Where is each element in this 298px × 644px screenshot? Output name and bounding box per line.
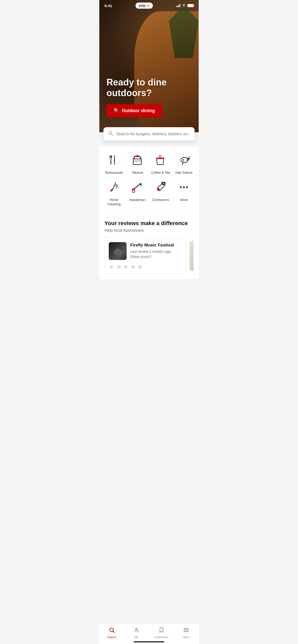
handyman-icon — [129, 179, 145, 195]
svg-point-14 — [159, 156, 161, 158]
category-restaurants[interactable]: Restaurants — [103, 152, 125, 175]
coffee-tea-label: Coffee & Tea — [151, 171, 170, 175]
svg-line-1 — [112, 134, 113, 136]
battery-icon — [187, 4, 194, 7]
category-takeout[interactable]: Takeout — [127, 152, 148, 175]
category-grid: Restaurants T — [99, 152, 199, 207]
contractors-label: Contractors — [152, 198, 169, 202]
review-card-firefly[interactable]: Firefly Music Festival Last review 2 mon… — [104, 238, 186, 274]
svg-rect-5 — [111, 155, 112, 158]
svg-point-33 — [114, 250, 117, 252]
review-cards: Firefly Music Festival Last review 2 mon… — [104, 238, 194, 274]
svg-point-30 — [186, 186, 188, 188]
svg-point-28 — [180, 186, 182, 188]
yelp-star-icon: ✳ — [147, 4, 150, 8]
search-input[interactable] — [116, 132, 190, 136]
signal-icon — [176, 4, 180, 7]
last-review-text: Last review 2 months ago. Share yours? — [130, 249, 182, 259]
review-card-peek — [189, 241, 194, 271]
coffee-tea-icon — [153, 152, 169, 168]
svg-point-18 — [183, 159, 184, 161]
category-more[interactable]: More — [173, 179, 195, 207]
svg-point-22 — [116, 188, 117, 189]
svg-rect-11 — [135, 155, 139, 157]
status-bar: 9:41 yelp ✳ — [99, 0, 199, 11]
svg-point-29 — [183, 186, 185, 188]
home-cleaning-label: Home Cleaning — [103, 198, 125, 207]
hair-salons-label: Hair Salons — [175, 171, 193, 175]
hero-cta-label: Outdoor dining — [122, 108, 155, 113]
review-card-info: Firefly Music Festival Last review 2 mon… — [130, 243, 182, 259]
hair-salons-icon — [176, 152, 192, 168]
svg-point-20 — [116, 185, 118, 187]
svg-rect-24 — [133, 190, 134, 191]
svg-rect-4 — [110, 155, 110, 158]
svg-line-19 — [112, 183, 116, 191]
wifi-icon — [182, 4, 186, 8]
restaurants-label: Restaurants — [105, 171, 123, 175]
search-icon — [108, 131, 113, 137]
yelp-logo: yelp ✳ — [136, 3, 153, 9]
review-card-header: Firefly Music Festival Last review 2 mon… — [109, 242, 182, 260]
search-bar[interactable] — [103, 127, 195, 141]
category-home-cleaning[interactable]: Home Cleaning — [103, 179, 125, 207]
takeout-label: Takeout — [131, 171, 143, 175]
more-icon — [176, 179, 192, 195]
svg-point-15 — [181, 157, 188, 163]
svg-point-27 — [158, 188, 160, 190]
svg-point-21 — [117, 187, 118, 188]
categories-section: Restaurants T — [99, 147, 199, 213]
reviews-subtitle: Help local businesses — [104, 228, 194, 233]
status-time: 9:41 — [104, 4, 112, 8]
reviews-title: Your reviews make a difference — [104, 220, 194, 227]
restaurants-icon — [106, 152, 122, 168]
svg-rect-6 — [111, 160, 111, 165]
status-icons — [176, 4, 194, 8]
more-label: More — [180, 198, 188, 202]
home-cleaning-icon — [106, 179, 122, 195]
hero-title: Ready to dine outdoors? — [106, 77, 192, 98]
category-handyman[interactable]: Handyman — [127, 179, 148, 207]
outdoor-dining-button[interactable]: 🔍 Outdoor dining — [106, 104, 162, 117]
logo-text: yelp — [139, 4, 146, 8]
handyman-label: Handyman — [129, 198, 145, 202]
svg-rect-3 — [111, 155, 111, 158]
category-contractors[interactable]: Contractors — [150, 179, 171, 207]
business-image — [109, 242, 127, 260]
hero-section: 9:41 yelp ✳ — [99, 0, 199, 132]
business-name: Firefly Music Festival — [130, 243, 182, 248]
hero-content: Ready to dine outdoors? 🔍 Outdoor dining — [99, 77, 199, 117]
category-hair-salons[interactable]: Hair Salons — [173, 152, 195, 175]
svg-line-16 — [188, 156, 189, 157]
search-icon: 🔍 — [114, 108, 119, 113]
svg-rect-9 — [133, 159, 141, 165]
contractors-icon — [153, 179, 169, 195]
category-coffee-tea[interactable]: Coffee & Tea — [150, 152, 171, 175]
takeout-icon — [129, 152, 145, 168]
reviews-section: Your reviews make a difference Help loca… — [99, 213, 199, 279]
